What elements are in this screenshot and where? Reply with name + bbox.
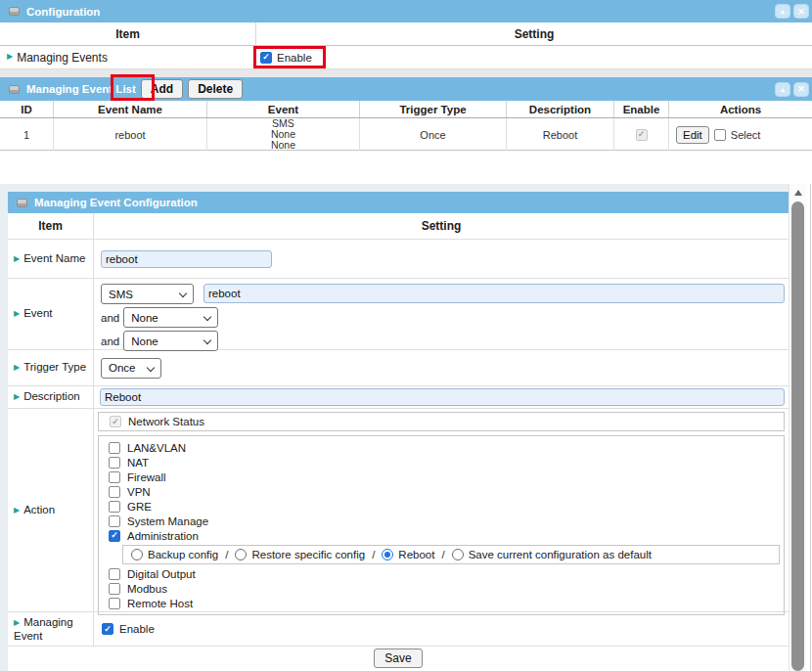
actions-column-header: Actions xyxy=(669,101,812,117)
table-row: 1 reboot SMS None None Once Reboot Edit … xyxy=(0,118,812,151)
event-name-input[interactable] xyxy=(101,250,272,268)
action-option: Digital Output xyxy=(109,566,782,581)
chevron-down-icon xyxy=(179,290,187,297)
firewall-checkbox[interactable] xyxy=(109,471,120,483)
scrollbar[interactable] xyxy=(789,184,806,671)
description-row: ▶Description xyxy=(8,386,789,409)
event-and-select-2[interactable]: None xyxy=(123,331,218,351)
managing-events-enable-checkbox[interactable] xyxy=(260,52,272,64)
action-option: Administration xyxy=(109,528,782,543)
action-option: Firewall xyxy=(109,470,782,484)
trigger-type-column-header: Trigger Type xyxy=(360,101,507,117)
item-column-header: Item xyxy=(8,213,94,239)
collapse-panel-button[interactable]: ▲ xyxy=(775,4,790,19)
enable-column-header: Enable xyxy=(614,101,669,117)
event-list-table-header: ID Event Name Event Trigger Type Descrip… xyxy=(0,101,812,118)
event-name-row: ▶Event Name xyxy=(8,240,789,279)
chevron-down-icon xyxy=(147,363,155,371)
item-arrow-icon: ▶ xyxy=(14,363,20,372)
administration-sub-options: Backup config / Restore specific config … xyxy=(122,545,780,564)
backup-config-radio[interactable] xyxy=(131,549,143,560)
action-option: VPN xyxy=(109,484,782,499)
nat-checkbox[interactable] xyxy=(109,457,120,469)
item-arrow-icon: ▶ xyxy=(14,254,20,263)
action-option: Modbus xyxy=(109,581,782,596)
scrollbar-up-button[interactable] xyxy=(789,184,806,201)
select-label: Select xyxy=(731,129,761,141)
id-column-header: ID xyxy=(0,101,54,117)
managing-events-enable-label: Enable xyxy=(277,52,312,64)
row-id-cell: 1 xyxy=(0,118,54,151)
event-name-column-header: Event Name xyxy=(54,101,207,117)
trigger-type-select[interactable]: Once xyxy=(101,358,161,379)
configuration-table-header: Item Setting xyxy=(0,22,812,46)
managing-event-configuration-header: Managing Event Configuration xyxy=(8,192,789,213)
action-option: System Manage xyxy=(109,514,782,528)
reboot-radio[interactable] xyxy=(382,549,393,560)
row-trigger-type-cell: Once xyxy=(360,118,507,151)
row-enable-cell xyxy=(614,118,669,151)
managing-event-label: Managing Event xyxy=(14,616,73,642)
event-value-input[interactable] xyxy=(203,284,785,303)
event-and-select-1[interactable]: None xyxy=(123,307,218,328)
action-option: NAT xyxy=(109,455,782,470)
item-arrow-icon: ▶ xyxy=(14,506,20,514)
gre-checkbox[interactable] xyxy=(109,501,120,513)
item-column-header: Item xyxy=(0,22,256,45)
item-arrow-icon: ▶ xyxy=(14,309,20,318)
digital-output-checkbox[interactable] xyxy=(109,568,120,580)
panel-icon xyxy=(17,199,27,207)
close-panel-button[interactable]: ✕ xyxy=(793,82,809,97)
scrollbar-thumb[interactable] xyxy=(791,201,804,671)
row-actions-cell: Edit Select xyxy=(669,118,812,151)
scroll-up-arrow-icon xyxy=(794,190,802,196)
restore-specific-config-radio[interactable] xyxy=(235,549,247,560)
action-row: ▶Action Network Status LAN&VLAN NAT xyxy=(8,409,789,612)
administration-checkbox[interactable] xyxy=(109,530,120,542)
save-default-config-radio[interactable] xyxy=(452,549,464,560)
row-description-cell: Reboot xyxy=(507,118,614,151)
action-option: LAN&VLAN xyxy=(109,440,782,455)
system-manage-checkbox[interactable] xyxy=(109,515,120,527)
save-row: Save xyxy=(8,647,789,671)
add-button-highlight xyxy=(111,74,155,101)
collapse-panel-button[interactable]: ▲ xyxy=(775,82,790,97)
panel-icon xyxy=(9,85,20,94)
row-event-cell: SMS None None xyxy=(207,118,360,151)
network-status-checkbox xyxy=(110,416,121,427)
page-edge-divider xyxy=(810,184,811,671)
configuration-panel: Configuration ▲ ✕ Item Setting ▶ Managin… xyxy=(0,0,812,69)
configuration-panel-title: Configuration xyxy=(26,6,100,18)
trigger-type-label: Trigger Type xyxy=(23,361,86,373)
event-label: Event xyxy=(23,307,52,319)
managing-event-enable-checkbox[interactable] xyxy=(102,623,113,635)
item-arrow-icon: ▶ xyxy=(14,618,20,627)
configuration-panel-header: Configuration ▲ ✕ xyxy=(0,0,812,22)
item-arrow-icon: ▶ xyxy=(14,392,20,401)
config-table-header: Item Setting xyxy=(8,213,789,240)
action-option: GRE xyxy=(109,499,782,514)
managing-event-configuration-title: Managing Event Configuration xyxy=(34,197,198,208)
managing-events-row: ▶ Managing Events xyxy=(0,46,812,69)
managing-events-label-cell: ▶ Managing Events xyxy=(0,46,256,68)
managing-event-configuration-panel: Managing Event Configuration Item Settin… xyxy=(0,184,789,671)
row-event-name-cell: reboot xyxy=(54,118,207,151)
setting-column-header: Setting xyxy=(94,213,789,239)
trigger-type-row: ▶Trigger Type Once xyxy=(8,350,789,386)
network-status-label: Network Status xyxy=(128,416,204,427)
edit-button[interactable]: Edit xyxy=(676,126,709,144)
chevron-down-icon xyxy=(203,313,211,321)
close-panel-button[interactable]: ✕ xyxy=(793,4,809,19)
delete-button[interactable]: Delete xyxy=(188,79,243,99)
lan-vlan-checkbox[interactable] xyxy=(109,442,120,454)
chevron-down-icon xyxy=(203,336,211,344)
select-checkbox[interactable] xyxy=(714,129,726,141)
vpn-checkbox[interactable] xyxy=(109,486,120,498)
save-button[interactable]: Save xyxy=(374,649,422,668)
modbus-checkbox[interactable] xyxy=(109,583,120,595)
remote-host-checkbox[interactable] xyxy=(109,598,120,609)
description-input[interactable] xyxy=(100,388,785,406)
event-line: None xyxy=(271,140,295,151)
event-type-select[interactable]: SMS xyxy=(101,284,194,304)
row-enable-checkbox xyxy=(636,129,648,141)
